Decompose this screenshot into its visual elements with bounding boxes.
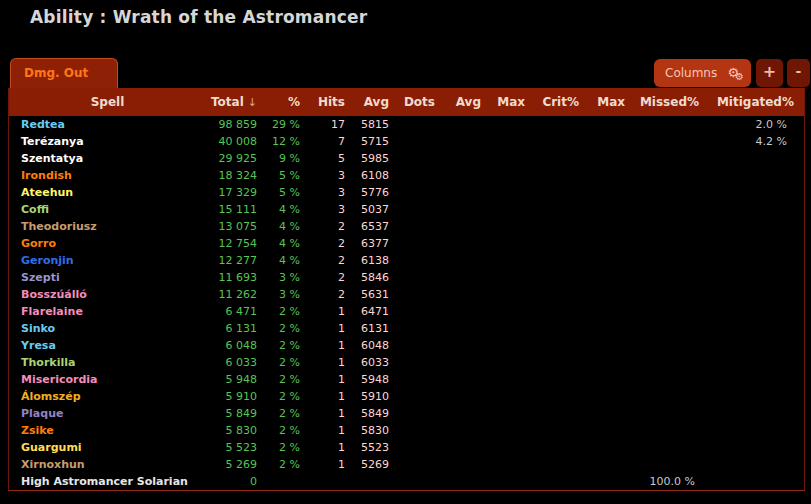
percent-cell: 5 % [263,184,306,201]
column-header-max2[interactable]: Max [585,88,631,116]
player-name-link[interactable]: Theodoriusz [9,218,206,235]
dot-avg-cell [441,388,487,405]
dot-avg-cell [441,269,487,286]
dots-cell [395,303,441,320]
column-header-dots[interactable]: Dots [395,88,441,116]
player-name-link[interactable]: Yresa [9,337,206,354]
percent-cell: 4 % [263,218,306,235]
player-name-link[interactable]: Irondish [9,167,206,184]
hits-cell: 3 [306,201,351,218]
player-name-link[interactable]: Flarelaine [9,303,206,320]
table-row: Misericordia 5 948 2 % 1 5948 [9,371,804,388]
dot-avg-cell [441,184,487,201]
total-cell: 6 471 [206,303,263,320]
player-name-link[interactable]: Szentatya [9,150,206,167]
hits-cell: 3 [306,184,351,201]
dots-cell [395,422,441,439]
add-column-button[interactable]: + [756,59,783,87]
missed-cell [631,354,705,371]
player-name-link[interactable]: Guargumi [9,439,206,456]
max-cell [487,456,531,473]
table-row: Geronjin 12 277 4 % 2 6138 [9,252,804,269]
crit-max-cell [585,405,631,422]
total-cell: 0 [206,473,263,490]
table-row: High Astromancer Solarian 0 100.0 % [9,473,804,490]
player-name-link[interactable]: Thorkilla [9,354,206,371]
tab-dmg-out[interactable]: Dmg. Out [10,58,118,88]
remove-column-button[interactable]: - [787,59,810,87]
max-cell [487,320,531,337]
missed-cell [631,320,705,337]
dots-cell [395,218,441,235]
column-header-crit[interactable]: Crit% [531,88,585,116]
total-cell: 18 324 [206,167,263,184]
dots-cell [395,371,441,388]
dot-avg-cell [441,439,487,456]
hits-cell: 1 [306,337,351,354]
column-header-missed[interactable]: Missed% [631,88,705,116]
hits-cell: 7 [306,133,351,150]
max-cell [487,473,531,490]
dots-cell [395,133,441,150]
column-header-pct[interactable]: % [263,88,306,116]
player-name-link[interactable]: Álomszép [9,388,206,405]
mitigated-cell [705,303,804,320]
player-name-link[interactable]: Terézanya [9,133,206,150]
missed-cell [631,286,705,303]
max-cell [487,167,531,184]
column-header-max[interactable]: Max [487,88,531,116]
crit-percent-cell [531,405,585,422]
avg-cell: 5846 [351,269,395,286]
max-cell [487,252,531,269]
max-cell [487,286,531,303]
player-name-link[interactable]: Gorro [9,235,206,252]
player-name-link[interactable]: Redtea [9,116,206,133]
dots-cell [395,354,441,371]
crit-max-cell [585,320,631,337]
percent-cell [263,473,306,490]
player-name-link[interactable]: Xirnoxhun [9,456,206,473]
avg-cell: 6108 [351,167,395,184]
total-cell: 5 830 [206,422,263,439]
mitigated-cell [705,218,804,235]
dots-cell [395,116,441,133]
total-cell: 11 693 [206,269,263,286]
missed-cell [631,303,705,320]
percent-cell: 2 % [263,337,306,354]
crit-max-cell [585,167,631,184]
percent-cell: 2 % [263,456,306,473]
column-header-mitigated[interactable]: Mitigated% [705,88,804,116]
player-name-link[interactable]: Misericordia [9,371,206,388]
hits-cell: 5 [306,150,351,167]
player-name-link[interactable]: Geronjin [9,252,206,269]
missed-cell: 100.0 % [631,473,705,490]
dot-avg-cell [441,252,487,269]
player-name-link[interactable]: Bosszúálló [9,286,206,303]
table-row: Xirnoxhun 5 269 2 % 1 5269 [9,456,804,473]
player-name-link[interactable]: Ateehun [9,184,206,201]
column-header-total[interactable]: Total↓ [206,88,263,116]
column-header-hits[interactable]: Hits [306,88,351,116]
player-name-link[interactable]: Plaque [9,405,206,422]
dot-avg-cell [441,167,487,184]
player-name-link[interactable]: Sinko [9,320,206,337]
columns-button[interactable]: Columns ⚙⚙ [654,59,751,87]
player-name-link[interactable]: Zsike [9,422,206,439]
player-name-link[interactable]: High Astromancer Solarian [9,473,206,490]
gear-icon: ⚙⚙ [727,66,744,79]
mitigated-cell [705,388,804,405]
table-row: Szentatya 29 925 9 % 5 5985 [9,150,804,167]
percent-cell: 2 % [263,371,306,388]
player-name-link[interactable]: Szepti [9,269,206,286]
crit-percent-cell [531,133,585,150]
missed-cell [631,405,705,422]
column-header-spell[interactable]: Spell [9,88,206,116]
mitigated-cell [705,167,804,184]
hits-cell: 1 [306,371,351,388]
hits-cell: 2 [306,218,351,235]
player-name-link[interactable]: Coffi [9,201,206,218]
column-header-avg2[interactable]: Avg [441,88,487,116]
column-header-avg[interactable]: Avg [351,88,395,116]
avg-cell: 5849 [351,405,395,422]
dot-avg-cell [441,405,487,422]
